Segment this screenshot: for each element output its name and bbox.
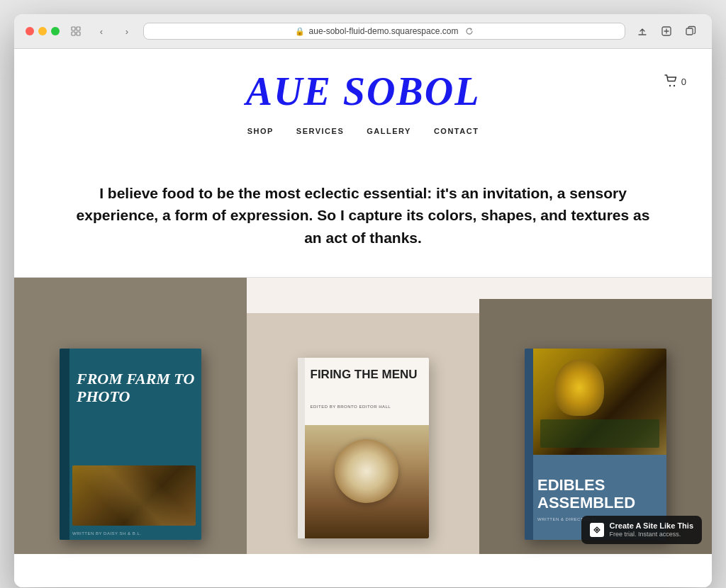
- svg-point-7: [674, 85, 675, 86]
- book-title-2: FIRING THE MENU: [311, 368, 423, 382]
- nav-item-gallery[interactable]: GALLERY: [367, 127, 411, 135]
- website-content: 0 AUE SOBOL SHOP SERVICES GALLERY CONTAC…: [14, 49, 712, 587]
- url-text: aue-sobol-fluid-demo.squarespace.com: [309, 26, 459, 36]
- address-bar[interactable]: 🔒 aue-sobol-fluid-demo.squarespace.com: [143, 23, 625, 40]
- book-image-area-1: [72, 465, 196, 526]
- quote-text: I believe food to be the most eclectic e…: [72, 182, 654, 249]
- cart-area[interactable]: 0: [664, 74, 686, 89]
- book-subtitle-2: EDITED BY BRONTO EDITOR HALL: [311, 405, 423, 409]
- cart-count: 0: [681, 77, 686, 87]
- svg-rect-5: [686, 28, 693, 35]
- book-panel-1[interactable]: FROM FARM TO PHOTO WRITTEN BY DAISY SH &…: [14, 278, 247, 554]
- svg-point-6: [669, 85, 671, 86]
- book-title-3: EDIBLES ASSEMBLED: [537, 476, 662, 512]
- back-button[interactable]: ‹: [92, 22, 111, 40]
- book-cover-2: FIRING THE MENU EDITED BY BRONTO EDITOR …: [298, 358, 429, 538]
- duplicate-button[interactable]: [681, 21, 700, 41]
- browser-window: ‹ › 🔒 aue-sobol-fluid-demo.squarespace.c…: [14, 14, 712, 587]
- browser-actions: [632, 21, 700, 41]
- cart-icon: [664, 74, 678, 89]
- book-panel-2[interactable]: FIRING THE MENU EDITED BY BRONTO EDITOR …: [247, 313, 479, 554]
- traffic-lights: [26, 27, 60, 35]
- window-toggle[interactable]: [67, 22, 85, 40]
- nav-item-contact[interactable]: CONTACT: [434, 127, 479, 135]
- site-navigation: SHOP SERVICES GALLERY CONTACT: [28, 123, 698, 147]
- browser-chrome: ‹ › 🔒 aue-sobol-fluid-demo.squarespace.c…: [14, 14, 712, 49]
- squarespace-badge[interactable]: Create A Site Like This Free trial. Inst…: [581, 516, 702, 544]
- maximize-button[interactable]: [51, 27, 60, 35]
- books-section: FROM FARM TO PHOTO WRITTEN BY DAISY SH &…: [14, 278, 712, 554]
- book-cover-3: EDIBLES ASSEMBLED WRITTEN & DIRECTED AL.: [525, 349, 666, 540]
- squarespace-badge-text: Create A Site Like This Free trial. Inst…: [610, 521, 693, 538]
- share-button[interactable]: [632, 21, 652, 41]
- site-header: 0 AUE SOBOL SHOP SERVICES GALLERY CONTAC…: [14, 49, 712, 147]
- nav-item-shop[interactable]: SHOP: [247, 127, 274, 135]
- svg-rect-0: [72, 27, 75, 30]
- squarespace-logo: [590, 523, 604, 537]
- forward-button[interactable]: ›: [118, 22, 136, 40]
- site-title: AUE SOBOL: [28, 70, 698, 114]
- sq-headline: Create A Site Like This: [610, 521, 693, 531]
- book-cover-1: FROM FARM TO PHOTO WRITTEN BY DAISY SH &…: [60, 349, 201, 540]
- svg-rect-2: [72, 32, 75, 35]
- book-image-area-2: [305, 425, 429, 538]
- lock-icon: 🔒: [295, 27, 305, 36]
- svg-rect-3: [77, 32, 80, 35]
- nav-item-services[interactable]: SERVICES: [296, 127, 344, 135]
- reload-icon[interactable]: [465, 27, 474, 35]
- new-tab-button[interactable]: [657, 21, 676, 41]
- book-image-area-3: [533, 349, 666, 455]
- book-author-1: WRITTEN BY DAISY SH & B.L.: [72, 531, 141, 536]
- svg-rect-1: [77, 27, 80, 30]
- minimize-button[interactable]: [38, 27, 47, 35]
- book-title-1: FROM FARM TO PHOTO: [77, 370, 196, 406]
- sq-subtext: Free trial. Instant access.: [610, 531, 693, 538]
- quote-section: I believe food to be the most eclectic e…: [14, 147, 712, 278]
- close-button[interactable]: [26, 27, 34, 35]
